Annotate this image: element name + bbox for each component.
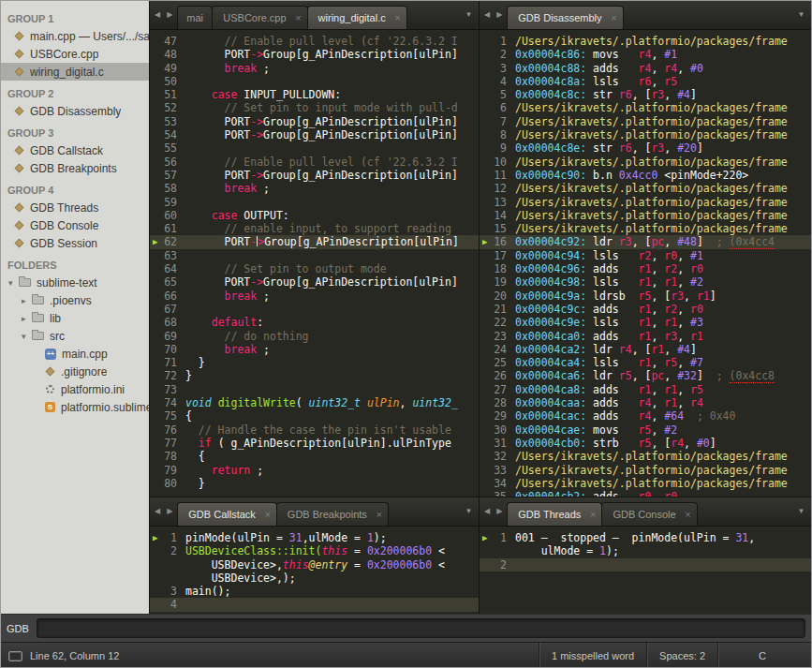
sidebar-item[interactable]: GDB Callstack bbox=[1, 141, 149, 159]
line-number-gutter: 58 bbox=[150, 182, 185, 195]
tab-close-icon[interactable]: × bbox=[376, 510, 381, 520]
source-code-editor[interactable]: 47 // Enable pull level (cf '22.6.3.2 I4… bbox=[150, 30, 479, 497]
tree-item[interactable]: ▸lib bbox=[1, 309, 149, 327]
tab-scroll-left-icon[interactable]: ◀ bbox=[155, 10, 160, 19]
code-line: 350x00004cb2: adds r0, r0 bbox=[480, 490, 811, 497]
tab-scroll-left-icon[interactable]: ◀ bbox=[155, 507, 160, 515]
tab-overflow-dropdown[interactable]: ▼ bbox=[459, 497, 479, 526]
sidebar-group-header: GROUP 2 bbox=[1, 83, 149, 102]
tree-item[interactable]: ++main.cpp bbox=[1, 345, 149, 363]
callstack-editor[interactable]: 1▶pinMode(ulPin = 31,ulMode = 1);2USBDev… bbox=[150, 527, 479, 614]
tab-close-icon[interactable]: × bbox=[590, 510, 596, 520]
code-line: 260x00004ca6: ldr r5, [pc, #32] ; (0x4cc… bbox=[480, 369, 811, 382]
sidebar-folders-header: FOLDERS bbox=[1, 255, 149, 274]
tab-gdb-console[interactable]: GDB Console× bbox=[601, 502, 697, 526]
code-line: 79 return ; bbox=[150, 464, 479, 477]
tab-scroll-right-icon[interactable]: ▶ bbox=[167, 10, 172, 19]
file-diamond-icon bbox=[15, 239, 24, 248]
tree-item[interactable]: ▸.pioenvs bbox=[1, 291, 149, 309]
code-text: USBDevice>,); bbox=[185, 572, 479, 585]
gear-icon bbox=[46, 385, 54, 393]
code-text bbox=[185, 196, 479, 209]
threads-editor[interactable]: 1▶001 — stopped — pinMode(ulPin = 31, ul… bbox=[480, 527, 811, 614]
gdb-command-input[interactable] bbox=[37, 618, 805, 638]
tab-overflow-dropdown[interactable]: ▼ bbox=[459, 1, 479, 29]
tree-item-label: platformio.sublime bbox=[61, 401, 149, 414]
code-text: 0x00004ca6: ldr r5, [pc, #32] ; (0x4cc8 bbox=[515, 369, 811, 382]
code-text: 0x00004c86: movs r4, #1 bbox=[515, 48, 811, 61]
tree-item[interactable]: ▾src bbox=[1, 327, 149, 345]
code-text: break ; bbox=[185, 182, 479, 195]
line-number-gutter bbox=[150, 558, 185, 572]
disclosure-down-icon[interactable]: ▾ bbox=[8, 278, 19, 288]
disclosure-right-icon[interactable]: ▸ bbox=[22, 296, 32, 305]
tab-gdb-callstack[interactable]: GDB Callstack× bbox=[177, 502, 277, 526]
sidebar-item[interactable]: GDB Session bbox=[1, 234, 149, 252]
tab-close-icon[interactable]: × bbox=[685, 510, 690, 520]
tabs: maiUSBCore.cpp×wiring_digital.c× bbox=[177, 6, 459, 29]
sidebar-item[interactable]: GDB Disassembly bbox=[1, 102, 149, 120]
tree-item[interactable]: .gitignore bbox=[1, 363, 149, 380]
sidebar-item[interactable]: GDB Breakpoints bbox=[1, 159, 149, 177]
sidebar-item[interactable]: wiring_digital.c bbox=[1, 63, 149, 81]
code-line: 240x00004ca2: ldr r4, [r1, #4] bbox=[480, 343, 811, 356]
tab-scroll-right-icon[interactable]: ▶ bbox=[496, 10, 502, 19]
tab-label: wiring_digital.c bbox=[318, 12, 386, 23]
tab-close-icon[interactable]: × bbox=[264, 510, 270, 520]
chevron-down-icon: ▼ bbox=[798, 10, 805, 19]
code-text: PORT->Group[g_APinDescription[ulPin] bbox=[185, 48, 479, 61]
sidebar-item[interactable]: GDB Threads bbox=[1, 199, 149, 216]
tab-gdb-breakpoints[interactable]: GDB Breakpoints× bbox=[276, 502, 389, 526]
code-line: 47 // Enable pull level (cf '22.6.3.2 I bbox=[150, 35, 479, 48]
line-number-gutter: 63 bbox=[150, 249, 185, 262]
tab-overflow-dropdown[interactable]: ▼ bbox=[791, 1, 811, 29]
tab-gdb-threads[interactable]: GDB Threads× bbox=[507, 502, 602, 526]
tab-wiring-digital-c[interactable]: wiring_digital.c× bbox=[307, 6, 407, 29]
sublime-text-window: GROUP 1main.cpp — Users/.../saUSBCore.cp… bbox=[0, 0, 812, 668]
code-line: 280x00004caa: adds r4, r1, r4 bbox=[480, 396, 811, 409]
line-number-gutter: 49 bbox=[150, 62, 185, 75]
tab-close-icon[interactable]: × bbox=[611, 13, 616, 23]
tab-overflow-dropdown[interactable]: ▼ bbox=[791, 497, 811, 526]
gdb-prompt-label: GDB bbox=[7, 623, 29, 634]
line-number-gutter: 48 bbox=[150, 48, 185, 61]
line-number-gutter: 51 bbox=[150, 88, 185, 101]
sidebar-item-label: wiring_digital.c bbox=[30, 66, 104, 79]
code-line: 50x00004c8c: str r6, [r3, #4] bbox=[480, 88, 811, 101]
sidebar-item[interactable]: GDB Console bbox=[1, 216, 149, 234]
tab-close-icon[interactable]: × bbox=[394, 13, 400, 23]
disclosure-down-icon[interactable]: ▾ bbox=[22, 332, 32, 341]
tab-close-icon[interactable]: × bbox=[295, 13, 301, 23]
disassembly-editor[interactable]: 1/Users/ikravets/.platformio/packages/fr… bbox=[480, 30, 811, 497]
code-text: void digitalWrite( uint32_t ulPin, uint3… bbox=[185, 396, 479, 409]
tab-usbcore-cpp[interactable]: USBCore.cpp× bbox=[212, 6, 307, 29]
line-number-gutter: 60 bbox=[150, 209, 185, 222]
line-number-gutter: 53 bbox=[150, 115, 185, 128]
disclosure-right-icon[interactable]: ▸ bbox=[22, 314, 32, 323]
indentation-indicator[interactable]: Spaces: 2 bbox=[646, 643, 717, 668]
tab-scroll-left-icon[interactable]: ◀ bbox=[484, 507, 490, 515]
sidebar-item[interactable]: main.cpp — Users/.../sa bbox=[1, 27, 149, 45]
tree-item[interactable]: ▾sublime-text bbox=[1, 274, 149, 291]
file-diamond-icon bbox=[46, 367, 55, 377]
syntax-indicator[interactable]: C bbox=[717, 643, 811, 668]
tab-gdb-disassembly[interactable]: GDB Disassembly× bbox=[507, 6, 623, 29]
code-text: /Users/ikravets/.platformio/packages/fra… bbox=[515, 182, 811, 195]
file-diamond-icon bbox=[15, 107, 24, 116]
tab-scroll-right-icon[interactable]: ▶ bbox=[496, 507, 502, 515]
tab-nav: ◀ ▶ bbox=[150, 1, 177, 29]
tree-item[interactable]: platformio.ini bbox=[1, 380, 149, 398]
tree-item[interactable]: Splatformio.sublime bbox=[1, 398, 149, 416]
code-line: 230x00004ca0: adds r1, r3, r1 bbox=[480, 330, 811, 343]
sidebar-item[interactable]: USBCore.cpp bbox=[1, 45, 149, 63]
line-number-gutter: 72 bbox=[150, 369, 185, 382]
tab-scroll-right-icon[interactable]: ▶ bbox=[167, 507, 172, 515]
line-number-gutter: 17 bbox=[480, 249, 515, 262]
code-line: 40x00004c8a: lsls r6, r5 bbox=[480, 75, 811, 88]
sidebar-item-label: GDB Threads bbox=[30, 201, 98, 215]
line-number-gutter: 73 bbox=[150, 383, 185, 396]
tab-mai[interactable]: mai bbox=[177, 6, 213, 29]
code-text: USBDeviceClass::init(this = 0x200006b0 < bbox=[185, 544, 479, 557]
tab-label: mai bbox=[186, 12, 203, 23]
tab-scroll-left-icon[interactable]: ◀ bbox=[484, 10, 490, 19]
